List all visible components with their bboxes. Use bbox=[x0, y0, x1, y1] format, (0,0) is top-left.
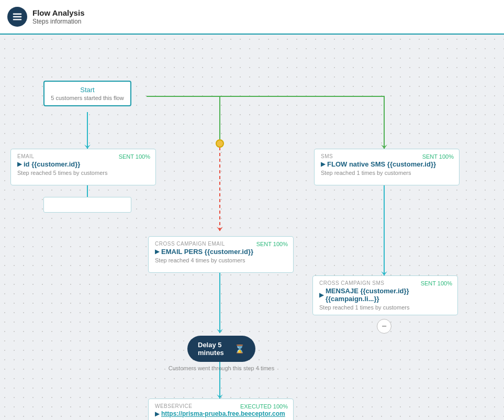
svg-rect-1 bbox=[13, 16, 22, 17]
svg-rect-2 bbox=[13, 19, 22, 20]
email-sub-box bbox=[43, 197, 131, 213]
app-icon bbox=[7, 7, 27, 27]
webservice-node: Webservice EXECUTED 100% ▶ https://prism… bbox=[148, 399, 294, 420]
webservice-link[interactable]: https://prisma-prueba.free.beeceptor.com bbox=[161, 410, 285, 417]
cross-email-sent: SENT 100% bbox=[256, 241, 288, 247]
svg-rect-0 bbox=[13, 14, 22, 15]
minus-circle-1[interactable]: − bbox=[377, 319, 391, 334]
app-title: Flow Analysis bbox=[32, 8, 84, 18]
cross-email-reach: Step reached 4 times by customers bbox=[155, 257, 287, 263]
delay-sub: Customers went through this step 4 times bbox=[169, 365, 274, 371]
app-subtitle: Steps information bbox=[32, 18, 84, 25]
cross-email-node: CROSS CAMPAIGN EMAIL SENT 100% ▶ EMAIL P… bbox=[148, 236, 294, 273]
email-reach: Step reached 5 times by customers bbox=[17, 170, 149, 176]
start-sub: 5 customers started this flow bbox=[51, 95, 124, 101]
cross-sms-node: CROSS CAMPAIGN SMS SENT 100% ▶ MENSAJE {… bbox=[312, 275, 458, 315]
decision-dot bbox=[216, 139, 224, 148]
email-node: Email SENT 100% ▶ id {{customer.id}} Ste… bbox=[10, 149, 156, 185]
header-text: Flow Analysis Steps information bbox=[32, 8, 84, 25]
app-header: Flow Analysis Steps information bbox=[0, 0, 504, 35]
webservice-name: ▶ https://prisma-prueba.free.beeceptor.c… bbox=[155, 410, 287, 417]
start-label: Start bbox=[51, 86, 124, 94]
delay-hourglass-icon: ⌛ bbox=[234, 344, 245, 354]
sms-node: SMS SENT 100% ▶ FLOW native SMS {{custom… bbox=[314, 149, 460, 185]
cross-sms-reach: Step reached 1 times by customers bbox=[319, 304, 451, 311]
delay-label: Delay 5 minutes bbox=[198, 341, 230, 357]
cross-sms-sent: SENT 100% bbox=[421, 280, 452, 286]
menu-icon bbox=[12, 11, 23, 23]
delay-node: Delay 5 minutes ⌛ Customers went through… bbox=[187, 336, 255, 362]
start-node: Start 5 customers started this flow bbox=[43, 81, 131, 106]
cross-sms-name: ▶ MENSAJE {{customer.id}} {{campaign.li.… bbox=[319, 287, 451, 303]
sms-reach: Step reached 1 times by customers bbox=[321, 170, 453, 176]
webservice-executed: EXECUTED 100% bbox=[240, 403, 288, 410]
flow-canvas: Start 5 customers started this flow Emai… bbox=[0, 35, 504, 420]
email-name: ▶ id {{customer.id}} bbox=[17, 160, 149, 168]
sms-name: ▶ FLOW native SMS {{customer.id}} bbox=[321, 160, 453, 168]
cross-email-name: ▶ EMAIL PERS {{customer.id}} bbox=[155, 248, 287, 256]
email-sent: SENT 100% bbox=[119, 153, 150, 160]
sms-sent: SENT 100% bbox=[422, 153, 454, 160]
